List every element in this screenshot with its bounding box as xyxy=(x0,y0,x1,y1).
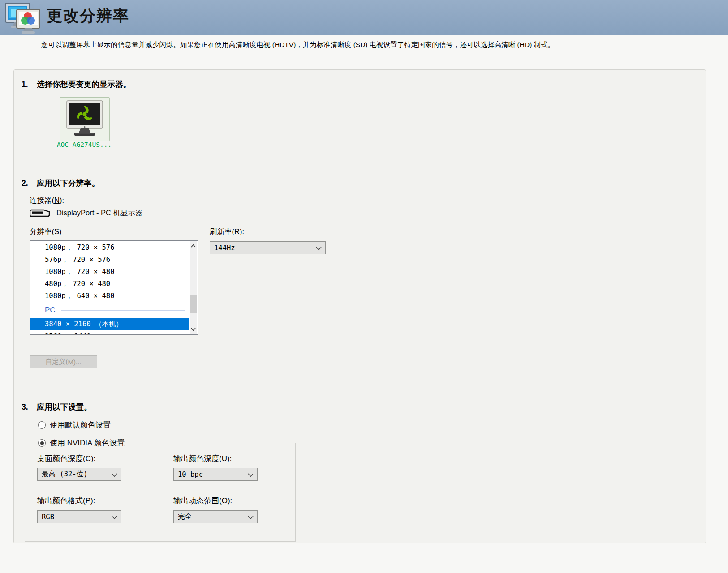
section-3-number: 3. xyxy=(22,402,37,412)
resolution-list-item[interactable]: 1080p， 720 × 480 xyxy=(30,266,189,278)
display-name-label: AOC AG274US... xyxy=(42,141,127,148)
desktop-depth-label: 桌面颜色深度(C): xyxy=(37,453,95,464)
output-range-label: 输出动态范围(O): xyxy=(173,496,232,506)
chevron-down-icon xyxy=(248,473,254,477)
scroll-up-button[interactable] xyxy=(190,241,197,251)
output-depth-label: 输出颜色深度(U): xyxy=(173,453,232,464)
radio-selected-icon xyxy=(38,439,46,447)
connector-row: DisplayPort - PC 机显示器 xyxy=(30,208,143,218)
resolution-label: 分辨率(S) xyxy=(30,227,62,237)
section-1-title: 选择你想要变更的显示器。 xyxy=(37,80,131,89)
radio-unselected-icon xyxy=(38,421,46,429)
output-format-select[interactable]: RGB xyxy=(37,510,121,523)
pc-group-divider xyxy=(61,310,185,311)
section-3-heading: 3.应用以下设置。 xyxy=(22,402,92,412)
radio-default-color[interactable]: 使用默认颜色设置 xyxy=(38,420,111,430)
refresh-rate-value: 144Hz xyxy=(214,244,235,252)
chevron-up-icon xyxy=(191,244,196,248)
monitor-nvidia-icon xyxy=(64,100,105,138)
display-tile-aoc[interactable] xyxy=(60,97,110,141)
refresh-rate-select[interactable]: 144Hz xyxy=(210,241,326,254)
change-resolution-icon xyxy=(4,2,44,34)
output-range-value: 完全 xyxy=(178,512,192,522)
output-format-value: RGB xyxy=(42,513,54,521)
desktop-depth-select[interactable]: 最高 (32-位) xyxy=(37,468,121,481)
resolution-item-selected[interactable]: 3840 × 2160 （本机） xyxy=(30,318,189,330)
section-2-title: 应用以下分辨率。 xyxy=(37,179,99,188)
chevron-down-icon xyxy=(112,516,117,519)
resolution-listbox[interactable]: 1080p， 720 × 576576p， 720 × 5761080p， 72… xyxy=(30,240,198,335)
connector-label: 连接器(N): xyxy=(30,196,64,205)
resolution-list-item[interactable]: 1080p， 640 × 480 xyxy=(30,290,189,302)
desktop-depth-value: 最高 (32-位) xyxy=(42,470,88,479)
radio-default-label: 使用默认颜色设置 xyxy=(50,420,111,430)
chevron-down-icon xyxy=(316,247,322,250)
section-3-title: 应用以下设置。 xyxy=(37,402,92,411)
resolution-group-pc: PC xyxy=(30,304,189,317)
resolution-list-item[interactable]: 480p， 720 × 480 xyxy=(30,278,189,290)
section-1-number: 1. xyxy=(22,80,37,89)
radio-nvidia-color[interactable]: 使用 NVIDIA 颜色设置 xyxy=(38,438,129,448)
output-range-select[interactable]: 完全 xyxy=(173,510,258,523)
resolution-list-item[interactable]: 576p， 720 × 576 xyxy=(30,254,189,266)
section-1-heading: 1.选择你想要变更的显示器。 xyxy=(22,79,131,90)
scroll-thumb[interactable] xyxy=(190,295,197,313)
connector-value: DisplayPort - PC 机显示器 xyxy=(56,208,143,218)
pc-group-label: PC xyxy=(30,306,56,315)
resolution-list: 1080p， 720 × 576576p， 720 × 5761080p， 72… xyxy=(30,242,189,302)
page-title: 更改分辨率 xyxy=(47,5,129,26)
nvidia-control-panel-page: 更改分辨率 您可以调整屏幕上显示的信息量并减少闪烁。如果您正在使用高清晰度电视 … xyxy=(0,0,728,573)
radio-nvidia-label: 使用 NVIDIA 颜色设置 xyxy=(50,438,125,448)
output-depth-select[interactable]: 10 bpc xyxy=(173,468,258,481)
chevron-down-icon xyxy=(112,473,117,477)
output-format-label: 输出颜色格式(P): xyxy=(37,496,95,506)
displayport-icon xyxy=(30,209,50,218)
resolution-list-item[interactable]: 1080p， 720 × 576 xyxy=(30,242,189,254)
refresh-rate-label: 刷新率(R): xyxy=(210,227,244,237)
resolution-item-partial[interactable]: 2560 × 1440 xyxy=(30,330,189,334)
chevron-down-icon xyxy=(191,328,196,331)
customize-button[interactable]: 自定义(M)... xyxy=(30,355,97,368)
page-description: 您可以调整屏幕上显示的信息量并减少闪烁。如果您正在使用高清晰度电视 (HDTV)… xyxy=(41,40,555,50)
listbox-scrollbar[interactable] xyxy=(190,241,197,334)
scroll-down-button[interactable] xyxy=(190,325,197,334)
chevron-down-icon xyxy=(248,516,254,519)
output-depth-value: 10 bpc xyxy=(178,470,203,479)
page-header: 更改分辨率 xyxy=(0,0,728,35)
section-2-number: 2. xyxy=(22,179,37,188)
section-2-heading: 2.应用以下分辨率。 xyxy=(22,178,99,188)
